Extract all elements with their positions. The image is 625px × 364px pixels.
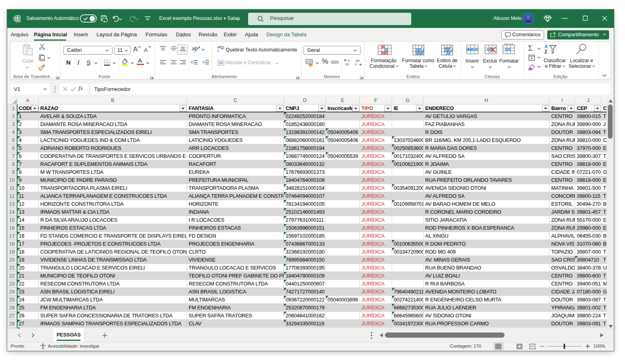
svg-text:,00: ,00 — [345, 63, 349, 66]
svg-text:Z: Z — [544, 49, 547, 54]
svg-text:0: 0 — [355, 63, 357, 66]
svg-text:0: 0 — [348, 59, 350, 63]
svg-text:,00: ,00 — [355, 59, 360, 63]
svg-text:c: c — [217, 48, 219, 52]
svg-text:ab: ab — [192, 45, 197, 51]
svg-text:C: C — [307, 60, 310, 64]
